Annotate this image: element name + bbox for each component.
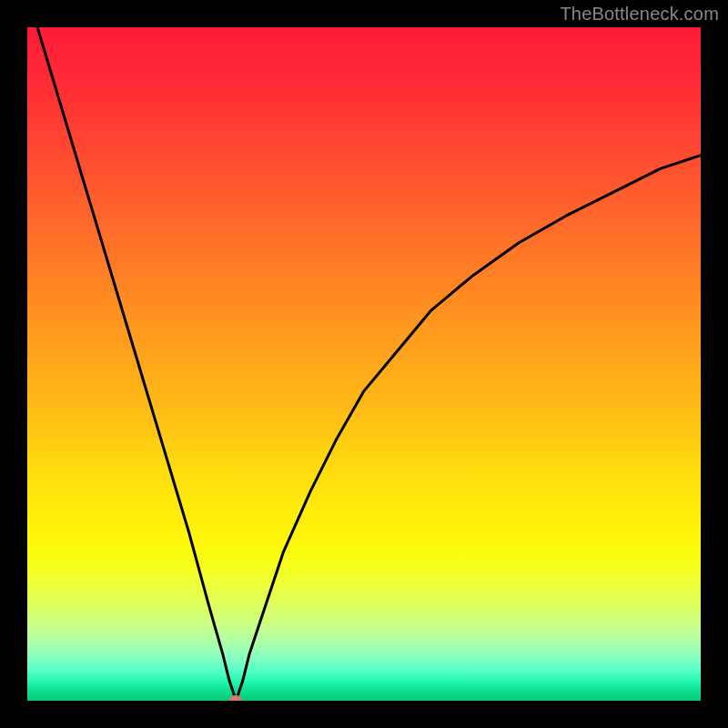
curve-layer [27, 27, 701, 701]
plot-area [27, 27, 701, 701]
minimum-marker [229, 695, 242, 701]
chart-frame: TheBottleneck.com [0, 0, 728, 728]
bottleneck-curve [27, 27, 701, 701]
watermark-text: TheBottleneck.com [560, 4, 719, 25]
